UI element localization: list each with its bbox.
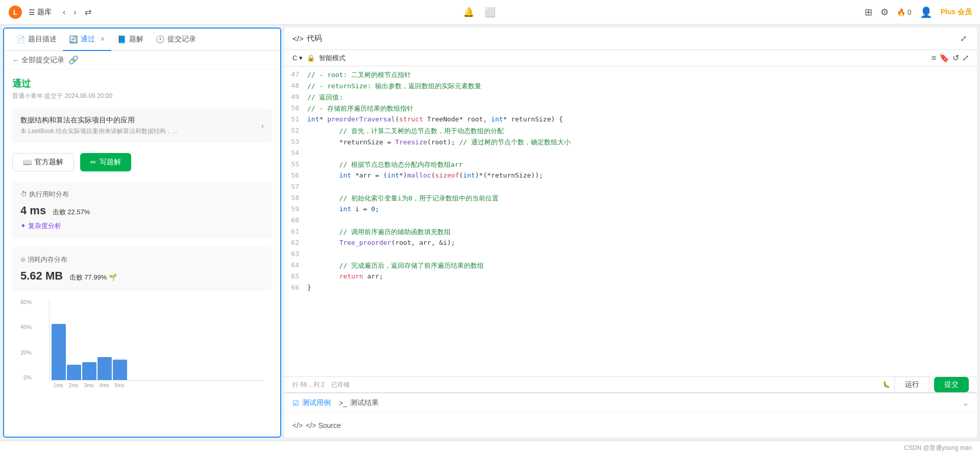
cursor-position: 行 66，列 2 已存储	[292, 381, 350, 389]
ad-arrow-icon: ›	[261, 121, 264, 131]
link-icon[interactable]: 🔗	[68, 55, 79, 65]
testresult-icon: >_	[339, 399, 347, 407]
main-content: 📄 题目描述 🔄 通过 ✕ 📘 题解 🕐 提交记录 ← 全部提交记录	[0, 24, 980, 441]
line-num-51: 51	[284, 115, 307, 123]
code-toolbar: C ▾ 🔒 智能模式 ≡ 🔖 ↺ ⤢	[284, 50, 977, 66]
user-icon[interactable]: 👤	[920, 6, 933, 18]
bookmark-icon[interactable]: 🔖	[939, 53, 949, 63]
line-code-51: int* preorderTraversal(struct TreeNode* …	[307, 115, 563, 123]
tab-history[interactable]: 🕐 提交记录	[150, 29, 202, 51]
testcase-check-icon: ☑	[292, 399, 299, 407]
tab-testcase[interactable]: ☑ 测试用例	[292, 398, 331, 408]
y-label-0: 0%	[23, 374, 32, 381]
logo[interactable]: L	[8, 5, 22, 19]
expand-icon[interactable]: ⤢	[958, 32, 969, 45]
line-num-50: 50	[284, 104, 307, 112]
back-button[interactable]: ← 全部提交记录	[12, 56, 64, 65]
line-num-60: 60	[284, 216, 307, 224]
submit-button[interactable]: 提交	[934, 377, 969, 392]
bar-5ms	[113, 360, 127, 380]
shuffle-button[interactable]: ⇄	[82, 5, 94, 19]
chart-bars	[49, 299, 264, 381]
prev-button[interactable]: ‹	[60, 6, 68, 19]
tab-pass[interactable]: 🔄 通过 ✕	[63, 29, 111, 51]
memory-defeat-label: 击败 77.99% 🌱	[69, 273, 117, 281]
desc-icon: 📄	[16, 35, 25, 43]
line-num-55: 55	[284, 160, 307, 168]
line-num-52: 52	[284, 127, 307, 134]
line-num-56: 56	[284, 171, 307, 179]
edit-icon: ✏	[90, 158, 96, 166]
chart-area: 60% 40% 20% 0%	[12, 299, 272, 388]
line-code-65: return arr;	[307, 272, 383, 280]
gear-icon[interactable]: ⚙	[880, 7, 889, 18]
line-num-48: 48	[284, 82, 307, 89]
chart-wrapper: 60% 40% 20% 0%	[20, 299, 264, 388]
plus-button[interactable]: Plus 会员	[941, 8, 972, 17]
menu-button[interactable]: ☰ 题库	[29, 8, 52, 17]
code-line-55: 55 // 根据节点总数动态分配内存给数组arr	[284, 160, 977, 171]
fullscreen-icon[interactable]: ⤢	[962, 53, 969, 63]
book-icon: 📖	[23, 158, 32, 166]
tab-hist-label: 提交记录	[167, 35, 196, 44]
action-buttons: 📖 官方题解 ✏ 写题解	[12, 153, 272, 171]
collapse-icon[interactable]: ⌄	[962, 398, 969, 408]
code-line-58: 58 // 初始化索引变量i为0，用于记录数组中的当前位置	[284, 194, 977, 205]
smart-mode-label: 智能模式	[319, 54, 346, 63]
lock-icon: 🔒	[307, 54, 315, 62]
code-line-51: 51 int* preorderTraversal(struct TreeNod…	[284, 115, 977, 127]
x-label-3ms: 3ms	[82, 383, 96, 388]
topbar: L ☰ 题库 ‹ › ⇄ 🔔 ⬜ ⊞ ⚙ 🔥 0 👤 Plus 会员	[0, 0, 980, 24]
y-label-20: 20%	[20, 349, 32, 356]
next-button[interactable]: ›	[70, 6, 79, 19]
code-editor[interactable]: 47 // - root: 二叉树的根节点指针 48 // - returnSi…	[284, 66, 977, 376]
list-icon[interactable]: ≡	[932, 54, 936, 63]
status-bar: 行 66，列 2 已存储 🐛 运行 提交	[284, 376, 977, 393]
line-code-47: // - root: 二叉树的根节点指针	[307, 70, 411, 80]
x-label-4ms: 4ms	[97, 383, 111, 388]
bar-4ms	[97, 357, 112, 380]
footer-text: CSDN @普通young man	[904, 444, 972, 452]
chart-y-axis: 60% 40% 20% 0%	[20, 299, 32, 381]
lang-label: C	[292, 54, 297, 62]
tab-desc-label: 题目描述	[28, 35, 57, 44]
alarm-icon[interactable]: 🔔	[461, 5, 476, 20]
language-selector[interactable]: C ▾	[292, 54, 303, 62]
source-label: </> </> Source	[292, 421, 341, 429]
memory-row: 5.62 MB 击败 77.99% 🌱	[20, 269, 264, 283]
right-header: </> 代码 ⤢	[284, 28, 977, 50]
exec-defeat-label: 击败 22.57%	[53, 208, 90, 216]
testcase-label: 测试用例	[302, 398, 331, 408]
line-num-54: 54	[284, 149, 307, 157]
status-right: 🐛 运行 提交	[883, 376, 969, 393]
exec-time-section: ⏱ 执行用时分布 4 ms 击败 22.57% ✦ 复杂度分析	[12, 182, 272, 239]
pass-icon: 🔄	[69, 35, 78, 43]
line-code-56: int *arr = (int*)malloc(sizeof(int)*(*re…	[307, 171, 543, 179]
topbar-right: ⊞ ⚙ 🔥 0 👤 Plus 会员	[865, 6, 972, 18]
official-solution-button[interactable]: 📖 官方题解	[12, 153, 74, 171]
topbar-center: 🔔 ⬜	[101, 5, 859, 20]
code-title-text: 代码	[307, 34, 322, 43]
code-line-57: 57	[284, 183, 977, 194]
undo-icon[interactable]: ↺	[952, 53, 959, 63]
tab-pass-label: 通过	[81, 35, 95, 44]
fire-counter[interactable]: 🔥 0	[897, 8, 912, 16]
square-icon[interactable]: ⬜	[482, 5, 498, 20]
write-solution-button[interactable]: ✏ 写题解	[80, 153, 131, 171]
source-code-icon: </>	[292, 421, 303, 429]
menu-icon: ☰	[29, 8, 35, 16]
tab-solution[interactable]: 📘 题解	[111, 29, 150, 51]
debug-icon[interactable]: 🐛	[883, 381, 890, 388]
complexity-link[interactable]: ✦ 复杂度分析	[20, 221, 264, 231]
grid-icon[interactable]: ⊞	[865, 7, 872, 18]
line-code-61: // 调用前序遍历的辅助函数填充数组	[307, 228, 451, 237]
line-code-53: *returnSize = Treesize(root); // 通过树的节点个…	[307, 138, 571, 147]
ad-banner[interactable]: 数据结构和算法在实际项目中的应用 本 LeetBook 结合实际项目案例来讲解算…	[12, 109, 272, 143]
tab-description[interactable]: 📄 题目描述	[10, 29, 63, 51]
run-button[interactable]: 运行	[894, 376, 930, 393]
code-line-48: 48 // - returnSize: 输出参数，返回数组的实际元素数量	[284, 82, 977, 93]
tab-pass-close[interactable]: ✕	[100, 36, 105, 43]
code-title-icon: </>	[292, 34, 304, 43]
code-line-64: 64 // 完成遍历后，返回存储了前序遍历结果的数组	[284, 261, 977, 272]
tab-testresult[interactable]: >_ 测试结果	[339, 398, 379, 408]
